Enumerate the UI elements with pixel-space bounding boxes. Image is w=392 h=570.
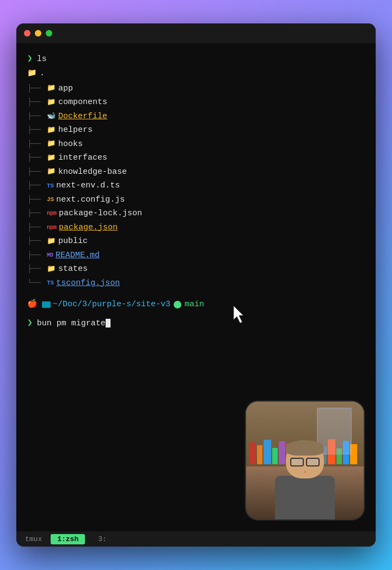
folder-icon-interfaces: 📁: [47, 152, 56, 164]
folder-icon-components: 📁: [47, 96, 56, 108]
connector: ├──: [27, 221, 44, 234]
folder-icon-public: 📁: [47, 235, 56, 247]
filename-states: states: [58, 262, 88, 276]
close-button[interactable]: [24, 30, 30, 37]
glass-left: [290, 458, 304, 466]
folder-icon-helpers: 📁: [47, 124, 56, 136]
bun-command: bun pm migrate: [37, 317, 106, 331]
path-line: 🍎 ~/Doc/3/purple-s/site-v3 main: [27, 298, 365, 312]
tree-item-package-lock: ├── npm package-lock.json: [27, 207, 365, 221]
tree-item-states: ├── 📁 states: [27, 262, 365, 276]
minimize-button[interactable]: [35, 30, 41, 37]
terminal-body[interactable]: ❯ ls 📁 . ├── 📁 app ├── 📁 components: [16, 43, 376, 531]
maximize-button[interactable]: [46, 30, 52, 37]
connector: ├──: [27, 166, 44, 179]
root-dot: .: [40, 66, 45, 81]
filename-next-env: next-env.d.ts: [56, 179, 120, 193]
filename-dockerfile: Dockerfile: [58, 110, 107, 124]
book-3: [264, 440, 271, 464]
connector: ├──: [27, 96, 44, 109]
docker-emoji: 🐋: [47, 110, 56, 122]
connector: ├──: [27, 110, 44, 123]
root-folder-line: 📁 .: [27, 66, 365, 81]
apple-icon: 🍎: [27, 298, 38, 312]
tree-item-hooks: ├── 📁 hooks: [27, 137, 365, 151]
folder-icon-states: 📁: [47, 263, 56, 275]
filename-hooks: hooks: [58, 137, 83, 151]
filename-package-lock: package-lock.json: [59, 207, 142, 221]
webcam-overlay: [245, 401, 365, 520]
filename-app: app: [58, 82, 73, 96]
filename-helpers: helpers: [58, 123, 93, 137]
tree-item-public: ├── 📁 public: [27, 234, 365, 248]
person-glasses: [290, 458, 320, 466]
connector: ├──: [27, 235, 44, 248]
person-head: [286, 440, 324, 478]
filename-tsconfig: tsconfig.json: [56, 276, 120, 290]
npm-badge-package-json: npm: [47, 223, 57, 232]
connector: ├──: [27, 124, 44, 137]
tree-item-readme: ├── MD README.md: [27, 248, 365, 263]
filename-interfaces: interfaces: [58, 151, 107, 165]
connector: ├──: [27, 249, 44, 262]
branch-name: main: [185, 298, 204, 312]
tree-item-package-json: ├── npm package.json: [27, 221, 365, 235]
command-ls-line: ❯ ls: [27, 52, 365, 66]
person-nose: [304, 471, 306, 473]
tmux-tab-3[interactable]: 3:: [94, 534, 111, 544]
tmux-statusbar: tmux 1:zsh 3:: [16, 531, 376, 547]
tree-item-app: ├── 📁 app: [27, 82, 365, 96]
tmux-label: tmux: [25, 535, 42, 543]
git-branch-icon: [174, 301, 181, 308]
person-hair: [286, 440, 324, 456]
tree-item-interfaces: ├── 📁 interfaces: [27, 151, 365, 165]
connector: └──: [27, 277, 44, 290]
filename-package-json: package.json: [59, 221, 118, 235]
path-folder-icon: [42, 301, 51, 308]
connector: ├──: [27, 193, 44, 207]
filename-readme: README.md: [56, 248, 100, 263]
ts-badge-tsconfig: TS: [47, 278, 54, 288]
tree-item-next-config: ├── JS next.config.js: [27, 193, 365, 207]
tree-item-tsconfig: └── TS tsconfig.json: [27, 276, 365, 290]
ts-badge-next-env: TS: [47, 181, 54, 191]
tree-item-dockerfile: ├── 🐋 Dockerfile: [27, 110, 365, 124]
book-1: [249, 442, 256, 464]
connector: ├──: [27, 179, 44, 192]
folder-icon-knowledge-base: 📁: [47, 166, 56, 178]
folder-icon-app: 📁: [47, 82, 56, 94]
connector: ├──: [27, 138, 44, 151]
tree-item-knowledge-base: ├── 📁 knowledge-base: [27, 165, 365, 179]
path-text: ~/Doc/3/purple-s/site-v3: [53, 298, 170, 312]
file-tree: ├── 📁 app ├── 📁 components ├── 🐋 Dockerf…: [27, 82, 365, 290]
terminal-window: ❯ ls 📁 . ├── 📁 app ├── 📁 components: [16, 23, 376, 547]
filename-next-config: next.config.js: [56, 193, 125, 207]
folder-icon-root: 📁: [27, 67, 36, 80]
glass-right: [306, 458, 320, 466]
connector: ├──: [27, 82, 44, 95]
prompt-symbol: ❯: [27, 52, 33, 66]
tree-item-helpers: ├── 📁 helpers: [27, 123, 365, 137]
connector: ├──: [27, 263, 44, 276]
titlebar: [16, 23, 376, 43]
person-body: [275, 476, 335, 519]
command-bun-line: ❯ bun pm migrate: [27, 316, 365, 331]
filename-knowledge-base: knowledge-base: [58, 165, 127, 179]
prompt-symbol-2: ❯: [27, 316, 33, 331]
filename-public: public: [58, 234, 88, 248]
terminal-cursor: [106, 319, 111, 328]
filename-components: components: [58, 95, 107, 110]
webcam-background: [246, 402, 364, 519]
tmux-tab-1-zsh[interactable]: 1:zsh: [51, 534, 85, 544]
ls-command: ls: [37, 52, 47, 66]
connector: ├──: [27, 207, 44, 220]
npm-badge-package-lock: npm: [47, 209, 57, 218]
book-2: [257, 445, 262, 464]
tree-item-next-env: ├── TS next-env.d.ts: [27, 179, 365, 193]
connector: ├──: [27, 151, 44, 165]
person: [275, 440, 335, 519]
md-badge-readme: MD: [47, 251, 53, 260]
js-badge-next-config: JS: [47, 195, 54, 205]
folder-icon-hooks: 📁: [47, 138, 56, 150]
tree-item-components: ├── 📁 components: [27, 95, 365, 110]
